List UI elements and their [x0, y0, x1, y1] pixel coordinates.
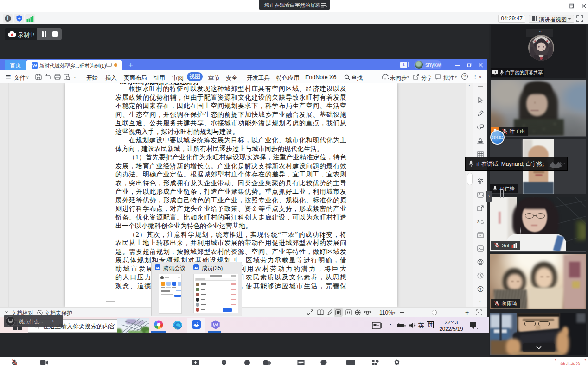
svg-text:?: ?: [479, 287, 482, 292]
svg-text:a: a: [477, 219, 480, 224]
